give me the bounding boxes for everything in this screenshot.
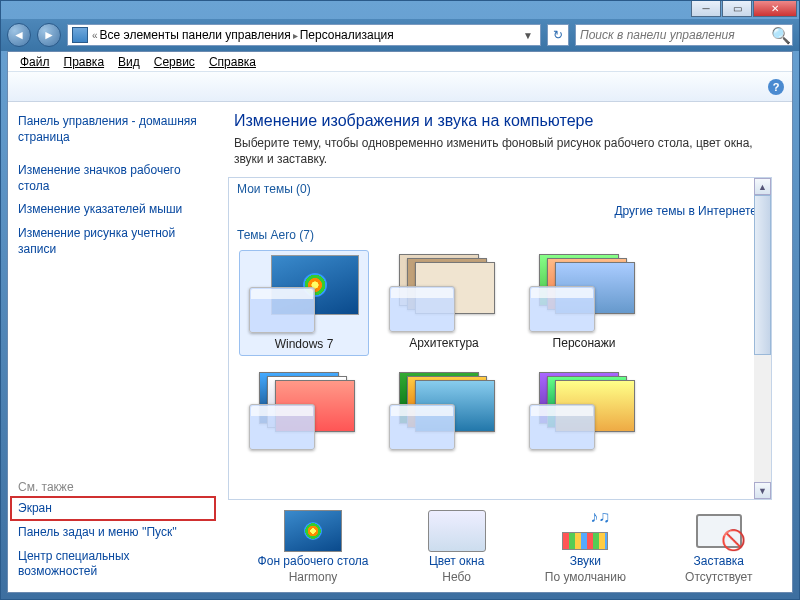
breadcrumb-sep: ▸	[293, 30, 298, 41]
theme-thumb	[249, 255, 359, 333]
setting-label: Фон рабочего стола	[258, 554, 369, 568]
breadcrumb: « Все элементы панели управления ▸ Персо…	[92, 28, 394, 42]
control-panel-home-link[interactable]: Панель управления - домашняя страница	[18, 110, 208, 149]
explorer-window: ─ ▭ ✕ ◄ ► « Все элементы панели управлен…	[0, 0, 800, 600]
nav-toolbar: ◄ ► « Все элементы панели управления ▸ П…	[1, 19, 799, 51]
sounds-icon	[556, 510, 614, 552]
search-box: 🔍	[575, 24, 793, 46]
settings-row: Фон рабочего стола Harmony Цвет окна Неб…	[218, 506, 792, 592]
client-area: Файл Правка Вид Сервис Справка ? Панель …	[7, 51, 793, 593]
window-controls: ─ ▭ ✕	[691, 1, 797, 17]
setting-value: Небо	[442, 570, 471, 584]
menu-help[interactable]: Справка	[203, 54, 262, 70]
setting-label: Цвет окна	[429, 554, 484, 568]
titlebar: ─ ▭ ✕	[1, 1, 799, 19]
refresh-button[interactable]: ↻	[547, 24, 569, 46]
screensaver-item[interactable]: Заставка Отсутствует	[685, 510, 752, 584]
sidebar-link-ease-of-access[interactable]: Центр специальных возможностей	[18, 545, 208, 584]
search-icon[interactable]: 🔍	[770, 26, 792, 45]
desktop-background-item[interactable]: Фон рабочего стола Harmony	[258, 510, 369, 584]
menu-tools[interactable]: Сервис	[148, 54, 201, 70]
themes-scrollbar[interactable]: ▲ ▼	[754, 178, 771, 499]
theme-label: Персонажи	[553, 336, 616, 350]
theme-item[interactable]	[379, 368, 509, 454]
aero-themes-header: Темы Aero (7)	[229, 224, 771, 246]
menu-file[interactable]: Файл	[14, 54, 56, 70]
setting-value: Отсутствует	[685, 570, 752, 584]
setting-label: Заставка	[693, 554, 744, 568]
back-button[interactable]: ◄	[7, 23, 31, 47]
minimize-button[interactable]: ─	[691, 1, 721, 17]
sidebar-link-pointers[interactable]: Изменение указателей мыши	[18, 198, 208, 222]
address-dropdown[interactable]: ▼	[520, 30, 536, 41]
sidebar-footer: См. также Экран Панель задач и меню ''Пу…	[18, 476, 208, 584]
breadcrumb-item-2[interactable]: Персонализация	[300, 28, 394, 42]
command-bar: ?	[8, 72, 792, 102]
screensaver-icon	[690, 510, 748, 552]
themes-list: Мои темы (0) Другие темы в Интернете Тем…	[228, 177, 772, 500]
page-title: Изменение изображения и звука на компьют…	[234, 112, 776, 130]
page-subtitle: Выберите тему, чтобы одновременно измени…	[234, 136, 776, 167]
theme-thumb	[529, 254, 639, 332]
theme-label: Windows 7	[275, 337, 334, 351]
help-icon[interactable]: ?	[768, 79, 784, 95]
theme-item[interactable]	[239, 368, 369, 454]
theme-characters[interactable]: Персонажи	[519, 250, 649, 356]
content-body: Панель управления - домашняя страница Из…	[8, 102, 792, 592]
theme-thumb	[249, 372, 359, 450]
window-color-icon	[428, 510, 486, 552]
setting-value: По умолчанию	[545, 570, 626, 584]
setting-value: Harmony	[289, 570, 338, 584]
theme-windows7[interactable]: Windows 7	[239, 250, 369, 356]
scroll-down-button[interactable]: ▼	[754, 482, 771, 499]
menubar: Файл Правка Вид Сервис Справка	[8, 52, 792, 72]
sidebar-link-account-pic[interactable]: Изменение рисунка учетной записи	[18, 222, 208, 261]
main-panel: Изменение изображения и звука на компьют…	[218, 102, 792, 592]
my-themes-header: Мои темы (0)	[229, 178, 771, 200]
sidebar-link-display[interactable]: Экран	[10, 496, 216, 522]
theme-item[interactable]	[519, 368, 649, 454]
sidebar: Панель управления - домашняя страница Из…	[8, 102, 218, 592]
scroll-thumb[interactable]	[754, 195, 771, 355]
menu-view[interactable]: Вид	[112, 54, 146, 70]
desktop-bg-icon	[284, 510, 342, 552]
see-also-heading: См. также	[18, 476, 208, 496]
theme-thumb	[529, 372, 639, 450]
breadcrumb-item-1[interactable]: Все элементы панели управления	[100, 28, 291, 42]
menu-edit[interactable]: Правка	[58, 54, 111, 70]
address-bar[interactable]: « Все элементы панели управления ▸ Персо…	[67, 24, 541, 46]
search-input[interactable]	[576, 28, 770, 42]
close-button[interactable]: ✕	[753, 1, 797, 17]
setting-label: Звуки	[570, 554, 601, 568]
theme-thumb	[389, 254, 499, 332]
scroll-up-button[interactable]: ▲	[754, 178, 771, 195]
control-panel-icon	[72, 27, 88, 43]
online-themes-link[interactable]: Другие темы в Интернете	[614, 204, 757, 218]
theme-thumb	[389, 372, 499, 450]
sounds-item[interactable]: Звуки По умолчанию	[545, 510, 626, 584]
window-color-item[interactable]: Цвет окна Небо	[428, 510, 486, 584]
theme-architecture[interactable]: Архитектура	[379, 250, 509, 356]
sidebar-link-icons[interactable]: Изменение значков рабочего стола	[18, 159, 208, 198]
theme-label: Архитектура	[409, 336, 479, 350]
breadcrumb-root[interactable]: «	[92, 30, 98, 41]
maximize-button[interactable]: ▭	[722, 1, 752, 17]
forward-button[interactable]: ►	[37, 23, 61, 47]
sidebar-link-taskbar[interactable]: Панель задач и меню ''Пуск''	[18, 521, 208, 545]
